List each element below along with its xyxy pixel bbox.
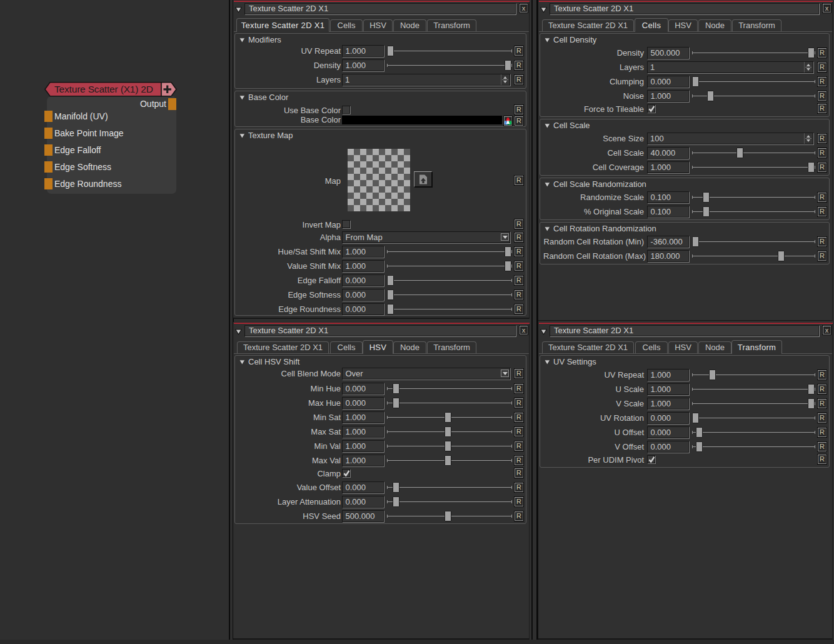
svg-text:Texture Scatter (X1) 2D: Texture Scatter (X1) 2D xyxy=(54,84,153,94)
